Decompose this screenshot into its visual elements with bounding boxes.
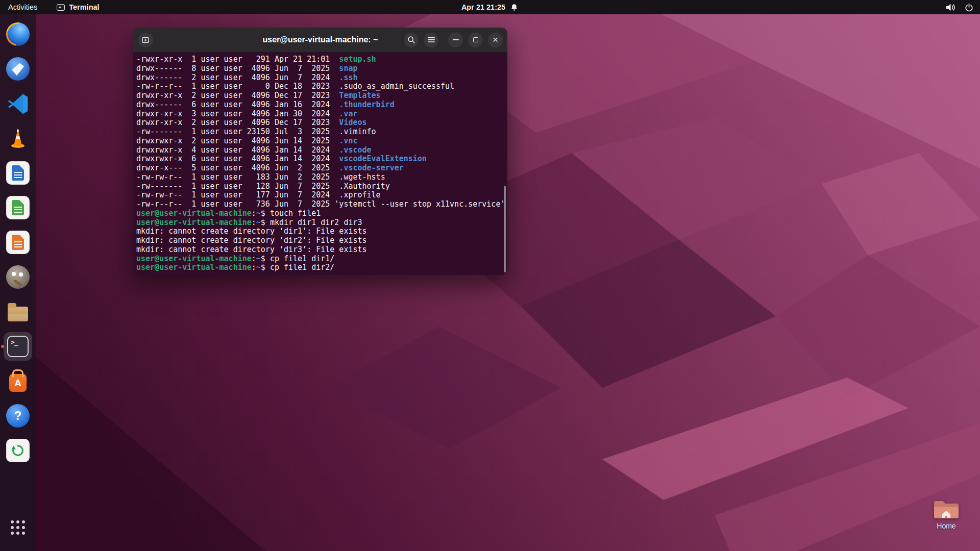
terminal-line: -rw-r--r-- 1 user user 0 Dec 18 2023 .su… bbox=[136, 82, 507, 91]
activities-button[interactable]: Activities bbox=[8, 0, 37, 14]
terminal-icon bbox=[7, 336, 29, 357]
terminal-window: user@user-virtual-machine: ~ bbox=[133, 28, 507, 275]
dock bbox=[0, 14, 36, 551]
terminal-line: drwx------ 2 user user 4096 Jun 7 2024 .… bbox=[136, 73, 507, 83]
terminal-line: -rwxr-xr-x 1 user user 291 Apr 21 21:01 … bbox=[136, 55, 507, 64]
terminal-titlebar[interactable]: user@user-virtual-machine: ~ bbox=[133, 28, 507, 53]
desktop-home-shortcut[interactable]: Home bbox=[930, 499, 963, 530]
dock-item-vscode[interactable] bbox=[4, 89, 32, 118]
terminal-line: drwxr-x--- 5 user user 4096 Jun 2 2025 .… bbox=[136, 164, 507, 173]
desktop: Activities Terminal Apr 21 21:25 bbox=[0, 0, 980, 551]
terminal-line: -rw------- 1 user user 128 Jun 7 2025 .X… bbox=[136, 182, 507, 191]
help-icon bbox=[6, 404, 30, 428]
top-bar: Activities Terminal Apr 21 21:25 bbox=[0, 0, 980, 14]
focused-app-label: Terminal bbox=[69, 3, 99, 11]
dock-item-software-updater[interactable] bbox=[4, 436, 32, 465]
libreoffice-writer-icon bbox=[6, 161, 30, 185]
dock-item-files[interactable] bbox=[4, 297, 32, 326]
home-label: Home bbox=[937, 522, 955, 530]
dock-item-firefox[interactable] bbox=[4, 20, 32, 48]
terminal-line: user@user-virtual-machine:~$ touch file1 bbox=[136, 209, 507, 218]
maximize-icon bbox=[473, 37, 478, 42]
terminal-app-icon bbox=[57, 4, 65, 11]
dock-item-thunderbird[interactable] bbox=[4, 55, 32, 83]
terminal-line: drwxrwxr-x 4 user user 4096 Jan 14 2024 … bbox=[136, 146, 507, 155]
show-applications-button[interactable] bbox=[4, 513, 32, 542]
terminal-line: user@user-virtual-machine:~$ mkdir dir1 … bbox=[136, 218, 507, 228]
clock-label: Apr 21 21:25 bbox=[461, 3, 505, 11]
power-icon bbox=[964, 3, 974, 12]
terminal-scrollbar[interactable] bbox=[504, 186, 506, 272]
terminal-line: mkdir: cannot create directory ‘dir3’: F… bbox=[136, 245, 507, 255]
search-button[interactable] bbox=[404, 33, 419, 47]
terminal-line: -rw-rw-r-- 1 user user 177 Jun 7 2024 .x… bbox=[136, 191, 507, 200]
window-title: user@user-virtual-machine: ~ bbox=[263, 35, 378, 44]
terminal-line: drwxr-xr-x 2 user user 4096 Dec 17 2023 … bbox=[136, 91, 507, 101]
terminal-line: mkdir: cannot create directory ‘dir1’: F… bbox=[136, 227, 507, 236]
system-status-menu[interactable] bbox=[945, 0, 980, 14]
firefox-icon bbox=[6, 22, 30, 46]
terminal-line: drwx------ 6 user user 4096 Jan 16 2024 … bbox=[136, 101, 507, 110]
dock-item-help[interactable] bbox=[4, 402, 32, 430]
gimp-icon bbox=[6, 265, 30, 289]
ubuntu-software-icon bbox=[9, 374, 27, 392]
volume-icon bbox=[945, 3, 956, 12]
terminal-line: -rw-r--r-- 1 user user 736 Jun 7 2025 'y… bbox=[136, 200, 507, 209]
close-button[interactable]: × bbox=[488, 33, 503, 47]
terminal-line: user@user-virtual-machine:~$ cp file1 di… bbox=[136, 255, 507, 264]
minimize-icon bbox=[453, 39, 459, 40]
dock-item-terminal[interactable] bbox=[4, 332, 32, 361]
activities-label: Activities bbox=[8, 3, 37, 11]
close-icon: × bbox=[493, 35, 498, 44]
libreoffice-calc-icon bbox=[6, 196, 30, 219]
dock-item-vlc[interactable] bbox=[4, 124, 32, 153]
menu-button[interactable] bbox=[424, 33, 438, 47]
search-icon bbox=[407, 35, 416, 44]
terminal-body[interactable]: -rwxr-xr-x 1 user user 291 Apr 21 21:01 … bbox=[133, 53, 507, 275]
terminal-line: drwxrwxr-x 2 user user 4096 Jun 14 2025 … bbox=[136, 137, 507, 146]
files-folder-icon bbox=[8, 307, 28, 321]
dock-item-libreoffice-impress[interactable] bbox=[4, 228, 32, 257]
maximize-button[interactable] bbox=[468, 33, 483, 47]
terminal-line: mkdir: cannot create directory ‘dir2’: F… bbox=[136, 236, 507, 245]
new-tab-button[interactable] bbox=[138, 33, 153, 47]
vlc-icon bbox=[7, 127, 29, 149]
terminal-line: -rw-rw-r-- 1 user user 183 Jun 2 2025 .w… bbox=[136, 173, 507, 182]
dock-item-ubuntu-software[interactable] bbox=[4, 367, 32, 395]
dock-item-gimp[interactable] bbox=[4, 263, 32, 291]
app-grid-icon bbox=[11, 520, 25, 535]
minimize-button[interactable] bbox=[448, 33, 463, 47]
focused-app-menu[interactable]: Terminal bbox=[57, 0, 99, 14]
software-updater-icon bbox=[6, 439, 30, 462]
notification-bell-icon bbox=[510, 3, 519, 12]
terminal-output: -rwxr-xr-x 1 user user 291 Apr 21 21:01 … bbox=[136, 55, 507, 272]
hamburger-menu-icon bbox=[427, 36, 435, 44]
dock-item-libreoffice-calc[interactable] bbox=[4, 193, 32, 222]
terminal-line: drwxr-xr-x 2 user user 4096 Dec 17 2023 … bbox=[136, 118, 507, 128]
terminal-line: drwxrwxr-x 6 user user 4096 Jan 14 2024 … bbox=[136, 155, 507, 164]
terminal-line: drwxr-xr-x 3 user user 4096 Jan 30 2024 … bbox=[136, 110, 507, 119]
terminal-line: -rw------- 1 user user 23150 Jul 3 2025 … bbox=[136, 128, 507, 137]
vscode-icon bbox=[7, 92, 29, 115]
libreoffice-impress-icon bbox=[6, 231, 30, 254]
terminal-line: drwx------ 8 user user 4096 Jun 7 2025 s… bbox=[136, 64, 507, 73]
clock-menu[interactable]: Apr 21 21:25 bbox=[461, 0, 519, 14]
home-folder-icon bbox=[933, 499, 960, 520]
new-tab-icon bbox=[141, 35, 151, 45]
dock-item-libreoffice-writer[interactable] bbox=[4, 159, 32, 187]
thunderbird-icon bbox=[6, 57, 30, 81]
terminal-line: user@user-virtual-machine:~$ cp file1 di… bbox=[136, 263, 507, 272]
